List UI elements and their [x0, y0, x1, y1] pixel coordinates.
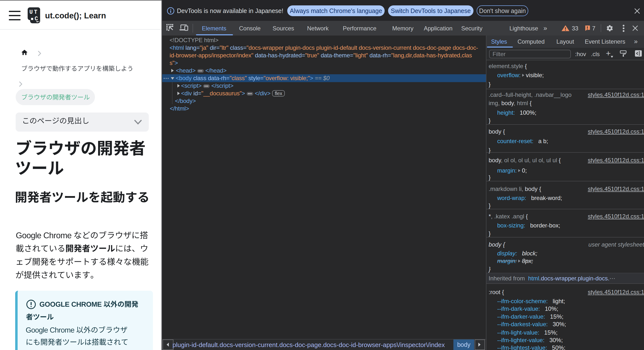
svg-text:UT: UT: [29, 9, 39, 16]
